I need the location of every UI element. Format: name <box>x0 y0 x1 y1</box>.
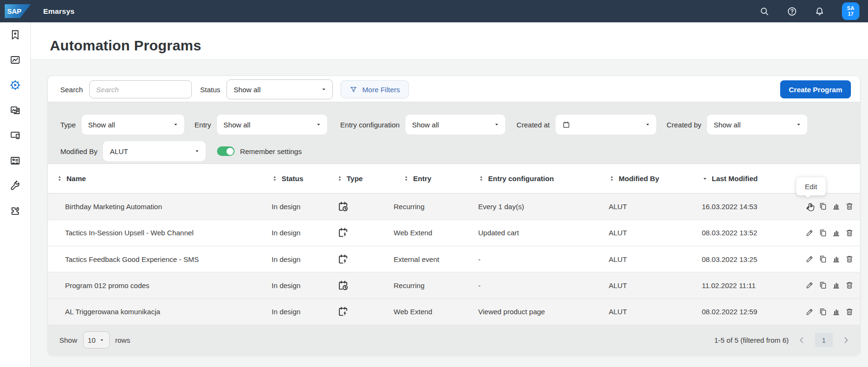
sidebar-item-analytics[interactable] <box>9 54 21 66</box>
table-row[interactable]: Program 012 promo codes In design Recurr… <box>48 272 860 299</box>
search-input[interactable] <box>89 80 192 98</box>
edit-icon[interactable] <box>805 229 814 237</box>
program-modified-by: ALUT <box>609 255 702 263</box>
type-dropdown[interactable]: Show all <box>82 115 184 135</box>
help-icon[interactable] <box>787 6 797 17</box>
modified-by-dropdown[interactable]: ALUT <box>103 141 206 161</box>
column-header-type[interactable]: Type <box>337 174 403 183</box>
sidebar-item-content[interactable] <box>9 105 21 116</box>
program-modified-by: ALUT <box>609 308 702 316</box>
program-modified-by: ALUT <box>609 229 702 237</box>
filter-row-type: Type Show all Entry Show all Entry confi… <box>60 115 848 135</box>
row-actions <box>805 281 860 290</box>
sidebar-item-management[interactable] <box>9 180 21 192</box>
chevron-down-icon <box>316 122 321 127</box>
sidebar-item-channels[interactable] <box>9 130 21 141</box>
column-header-entry[interactable]: Entry <box>403 174 478 183</box>
filter-bar: Search Status Show all More Filters Crea… <box>48 76 860 102</box>
create-program-button[interactable]: Create Program <box>780 80 851 98</box>
entry-label: Entry <box>195 121 211 129</box>
sidebar-item-favorites[interactable] <box>9 29 21 40</box>
column-header-last-modified[interactable]: Last Modified <box>702 174 805 183</box>
sort-icon <box>272 175 278 182</box>
entry-configuration-dropdown[interactable]: Show all <box>406 115 505 135</box>
column-label: Status <box>282 174 303 183</box>
search-icon[interactable] <box>759 6 770 17</box>
chevron-down-icon <box>321 87 327 92</box>
rows-per-page-dropdown[interactable]: 10 <box>83 331 110 348</box>
duplicate-icon[interactable] <box>819 281 827 290</box>
program-name: Tactics In-Session Upsell - Web Channel <box>57 229 272 237</box>
sort-icon <box>609 175 615 182</box>
column-label: Type <box>347 174 363 183</box>
duplicate-icon[interactable] <box>819 308 827 316</box>
created-by-dropdown[interactable]: Show all <box>707 115 807 135</box>
more-filters-button[interactable]: More Filters <box>340 80 409 98</box>
delete-icon[interactable] <box>845 308 854 316</box>
duplicate-icon[interactable] <box>819 202 827 211</box>
program-entry-configuration: - <box>478 255 609 263</box>
status-dropdown[interactable]: Show all <box>226 79 333 99</box>
page-number[interactable]: 1 <box>815 333 833 347</box>
sort-icon <box>57 175 63 182</box>
management-icon <box>9 180 21 192</box>
sidebar-item-contacts[interactable] <box>9 155 21 166</box>
notifications-icon[interactable] <box>814 6 825 17</box>
sidebar-item-add-ons[interactable] <box>9 205 21 217</box>
sidebar <box>0 22 31 367</box>
program-name: Tactics Feedback Good Experience - SMS <box>57 255 272 263</box>
table-header: Name Status Type Entry Entry configurati… <box>48 164 860 193</box>
table-row[interactable]: Tactics In-Session Upsell - Web Channel … <box>48 220 860 246</box>
created-at-datepicker[interactable] <box>556 115 656 135</box>
rows-per-page-value: 10 <box>88 336 96 344</box>
chevron-down-icon <box>194 148 200 154</box>
program-entry: Web Extend <box>394 229 478 237</box>
column-header-status[interactable]: Status <box>272 174 337 183</box>
event-calendar-icon <box>337 227 349 239</box>
duplicate-icon[interactable] <box>819 255 827 263</box>
program-status: In design <box>272 281 337 290</box>
program-status: In design <box>272 308 337 316</box>
next-page-icon[interactable] <box>841 336 850 345</box>
edit-icon[interactable] <box>805 281 814 290</box>
edit-icon[interactable] <box>805 308 814 316</box>
statistics-icon[interactable] <box>832 308 840 316</box>
table-row[interactable]: Birthday Marketing Automation In design … <box>48 193 860 220</box>
chevron-down-icon <box>494 122 500 127</box>
edit-icon[interactable] <box>805 202 814 211</box>
statistics-icon[interactable] <box>832 202 840 211</box>
statistics-icon[interactable] <box>832 281 840 290</box>
previous-page-icon[interactable] <box>797 336 806 345</box>
page-title: Automation Programs <box>50 38 201 54</box>
delete-icon[interactable] <box>845 229 854 237</box>
more-filters-label: More Filters <box>362 86 400 94</box>
column-header-modified-by[interactable]: Modified By <box>609 174 702 183</box>
table-row[interactable]: Tactics Feedback Good Experience - SMS I… <box>48 246 860 272</box>
program-entry: Web Extend <box>394 308 478 316</box>
column-header-name[interactable]: Name <box>57 174 272 183</box>
delete-icon[interactable] <box>845 202 854 211</box>
remember-settings-toggle[interactable] <box>217 146 235 156</box>
sidebar-item-automation[interactable] <box>9 79 21 91</box>
program-entry-configuration: Every 1 day(s) <box>478 203 609 211</box>
entry-configuration-value: Show all <box>412 121 439 129</box>
modified-by-value: ALUT <box>110 147 128 155</box>
favorites-icon <box>9 29 21 40</box>
program-modified-by: ALUT <box>609 203 702 211</box>
entry-dropdown[interactable]: Show all <box>217 115 327 135</box>
delete-icon[interactable] <box>845 281 854 290</box>
column-label: Name <box>66 174 86 183</box>
statistics-icon[interactable] <box>832 255 840 263</box>
table-row[interactable]: AL Triggerowana komunikacja In design We… <box>48 299 860 325</box>
row-actions <box>805 202 860 211</box>
edit-icon[interactable] <box>805 255 814 263</box>
statistics-icon[interactable] <box>832 229 840 237</box>
avatar[interactable]: SA 17 <box>842 2 859 20</box>
duplicate-icon[interactable] <box>819 229 827 237</box>
row-actions <box>805 229 860 237</box>
column-header-entry-configuration[interactable]: Entry configuration <box>478 174 609 183</box>
delete-icon[interactable] <box>845 255 854 263</box>
program-status: In design <box>272 203 337 211</box>
pagination-range: 1-5 of 5 (filtered from 6) <box>714 336 789 344</box>
sap-logo-text: SAP <box>7 7 21 15</box>
